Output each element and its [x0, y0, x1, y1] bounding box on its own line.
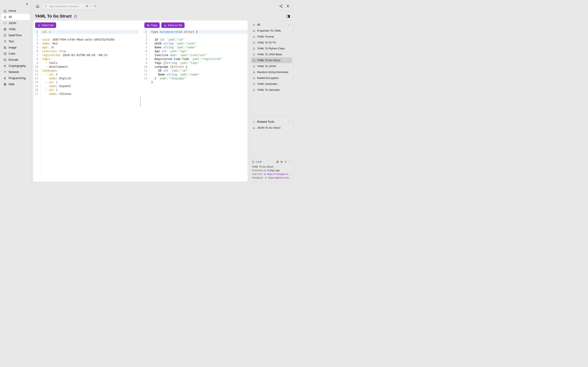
- svg-rect-0: [4, 28, 5, 29]
- sidebar-item-text[interactable]: Text: [1, 38, 30, 44]
- sidebar-item-label: Text: [9, 40, 14, 43]
- page-title: YAML To Go Struct: [35, 14, 72, 18]
- upload-icon: [38, 24, 40, 27]
- bell-icon: [252, 71, 255, 74]
- svg-point-11: [282, 5, 282, 6]
- output-code-area[interactable]: 12345678910111213 type AutoGenerated str…: [142, 29, 248, 182]
- meta-panel: 1.0.0 YAML To Go Struct Published at: 6 …: [250, 158, 293, 182]
- chevron-down-icon: [287, 23, 290, 26]
- svg-point-12: [280, 6, 281, 7]
- home-button[interactable]: [35, 4, 40, 8]
- wrench-icon: [252, 120, 255, 123]
- all-tools-header[interactable]: All: [251, 22, 292, 28]
- sidebar-item-label: Image: [9, 46, 17, 49]
- tool-item-yaml-to-sarcastic[interactable]: YAML To Sarcastic: [251, 87, 292, 93]
- palette-icon: [3, 52, 7, 55]
- search-icon: [44, 5, 47, 8]
- chevron-down-icon: [287, 120, 290, 123]
- sidebar-item-label: Network: [9, 70, 19, 74]
- meta-name: YAML To Go Struct: [252, 165, 273, 168]
- tool-item-label: YAML To JAVA Bean: [257, 53, 282, 56]
- sidebar-item-yaml[interactable]: YAML: [1, 26, 30, 32]
- sidebar-item-label: Web: [9, 83, 15, 86]
- svg-rect-21: [278, 161, 278, 162]
- share-icon[interactable]: [279, 4, 283, 8]
- search-input[interactable]: [49, 5, 83, 8]
- sidebar-item-programming[interactable]: Programming: [1, 75, 30, 81]
- version-text: 1.0.0: [256, 160, 261, 163]
- sidebar-item-home[interactable]: Home: [1, 8, 30, 14]
- related-item-label: JSON To Go Struct: [257, 126, 281, 129]
- globe-icon: [3, 83, 7, 86]
- editor-panel: Select file 1234567891011121314151617 id…: [33, 20, 248, 182]
- tool-item-label: YAML To JSON: [257, 65, 276, 68]
- favorite-star-icon[interactable]: [74, 15, 77, 18]
- svg-rect-8: [4, 59, 6, 61]
- save-as-file-label: Save as file: [168, 24, 182, 27]
- sidebar-item-image[interactable]: Image: [1, 44, 30, 50]
- sidebar-item-label: Encode: [9, 58, 18, 61]
- brackets-icon: [3, 21, 7, 25]
- collapse-sidebar-icon[interactable]: [25, 2, 29, 6]
- globe-icon[interactable]: [280, 160, 283, 163]
- user-icon[interactable]: [286, 4, 290, 8]
- sidebar-item-cryptography[interactable]: Cryptography: [1, 63, 30, 69]
- related-tools-panel: Related Tools JSON To Go Struct: [250, 117, 293, 157]
- editor-divider[interactable]: [140, 20, 141, 182]
- search-shortcut: ⌘ + K: [85, 4, 97, 8]
- sidebar-item-network[interactable]: Network: [1, 69, 30, 75]
- svg-point-13: [282, 7, 282, 8]
- feedback-link[interactable]: https://github.com/...: [268, 176, 291, 179]
- tool-item-random-string-generator[interactable]: Random String Generator: [251, 69, 292, 75]
- tool-item-yaml-to-python-class[interactable]: YAML To Python Class: [251, 45, 292, 51]
- sidebar-item-web[interactable]: Web: [1, 81, 30, 87]
- tool-link[interactable]: https://t.he3app.co...: [267, 173, 290, 175]
- output-editor: Copy Save as file 12345678910111213 type…: [142, 20, 248, 182]
- related-item-json-to-go-struct[interactable]: JSON To Go Struct: [251, 125, 292, 131]
- split-view-icon[interactable]: [286, 15, 290, 18]
- save-as-file-button[interactable]: Save as file: [161, 22, 185, 28]
- copy-icon: [147, 24, 150, 27]
- copy-button[interactable]: Copy: [144, 22, 160, 28]
- bell-icon: [252, 41, 255, 44]
- right-panel: All Properties To YAMLYAML FormatYAML To…: [250, 20, 292, 182]
- select-file-button[interactable]: Select file: [35, 22, 56, 28]
- tool-item-yaml-to-go-struct[interactable]: YAML To Go Struct: [251, 57, 292, 63]
- tool-item-label: YAML Format: [257, 35, 274, 38]
- qr-icon[interactable]: [276, 160, 279, 163]
- bell-icon: [252, 53, 255, 56]
- sidebar: HomeAllJSONYAMLDate/TimeTextImageColorEn…: [0, 0, 31, 184]
- meta-published: 6 days ago: [267, 169, 280, 172]
- tool-item-yaml-generator[interactable]: YAML Generator: [251, 81, 292, 87]
- check-icon[interactable]: [284, 160, 287, 163]
- input-editor: Select file 1234567891011121314151617 id…: [33, 20, 139, 182]
- bell-icon: [252, 59, 255, 62]
- tool-item-yaml-to-java-bean[interactable]: YAML To JAVA Bean: [251, 51, 292, 57]
- svg-rect-2: [4, 29, 5, 30]
- clock-icon: [3, 34, 7, 37]
- tool-item-label: YAML To IO-TS: [257, 41, 276, 44]
- sidebar-item-all[interactable]: All: [1, 14, 30, 20]
- tool-item-label: YAML To Go Struct: [257, 59, 280, 62]
- tool-item-yaml-to-json[interactable]: YAML To JSON: [251, 63, 292, 69]
- sidebar-item-encode[interactable]: Encode: [1, 57, 30, 63]
- tool-item-label: Properties To YAML: [257, 29, 281, 32]
- bolt-icon: [3, 64, 7, 67]
- sidebar-item-color[interactable]: Color: [1, 50, 30, 57]
- sidebar-item-json[interactable]: JSON: [1, 20, 30, 26]
- grid-icon: [3, 27, 7, 31]
- bell-icon: [252, 126, 255, 129]
- bell-icon: [3, 15, 7, 18]
- chevron-down-icon[interactable]: [288, 160, 291, 163]
- sidebar-item-date-time[interactable]: Date/Time: [1, 32, 30, 38]
- tool-item-rabbit-encryption[interactable]: Rabbit Encryption: [251, 75, 292, 81]
- tool-item-properties-to-yaml[interactable]: Properties To YAML: [251, 28, 292, 34]
- sidebar-item-label: YAML: [9, 27, 16, 31]
- tool-item-yaml-to-io-ts[interactable]: YAML To IO-TS: [251, 40, 292, 45]
- tool-item-yaml-format[interactable]: YAML Format: [251, 34, 292, 40]
- bell-icon: [252, 35, 255, 38]
- all-tools-panel: All Properties To YAMLYAML FormatYAML To…: [250, 20, 293, 116]
- input-code-area[interactable]: 1234567891011121314151617 id: 1 uuid: 3d…: [33, 29, 139, 182]
- search-box[interactable]: ⌘ + K: [43, 3, 98, 9]
- related-tools-header[interactable]: Related Tools: [251, 119, 292, 125]
